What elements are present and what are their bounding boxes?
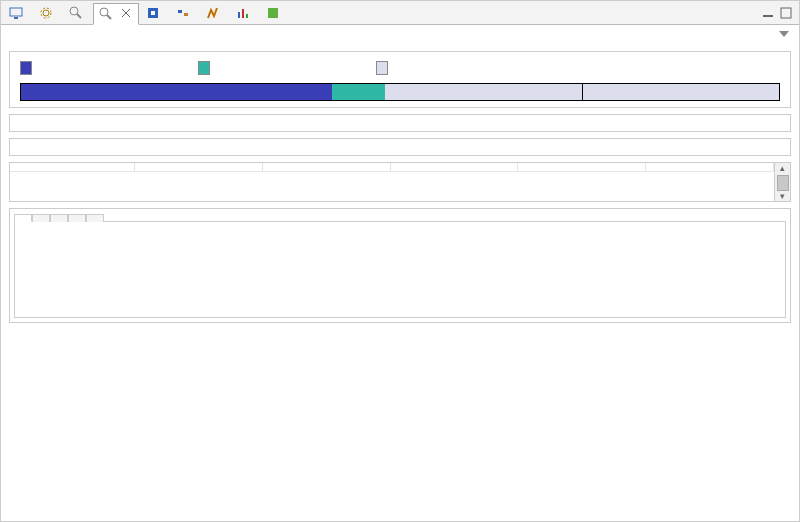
close-icon[interactable] (121, 8, 133, 20)
magnifier-icon (69, 6, 83, 20)
legend-used (20, 61, 38, 75)
svg-rect-1 (14, 17, 18, 19)
core-panel (9, 138, 791, 156)
byte-range-table-wrap: ▴ ▾ (9, 162, 791, 202)
subtitle (1, 43, 799, 51)
tab-target[interactable] (140, 2, 169, 24)
gear-icon (39, 6, 53, 20)
monitor-icon (9, 6, 23, 20)
legend-free (376, 61, 394, 75)
svg-rect-18 (763, 15, 773, 17)
window-controls (761, 6, 799, 20)
scroll-up-icon[interactable]: ▴ (780, 163, 785, 173)
svg-point-2 (43, 10, 49, 16)
free-swatch-icon (376, 61, 388, 75)
magnifier-icon (99, 7, 113, 21)
col-header[interactable] (134, 163, 262, 172)
tab-connect[interactable] (170, 2, 199, 24)
svg-rect-13 (184, 13, 188, 16)
chart-body (14, 222, 786, 318)
legend-overhead (198, 61, 216, 75)
chart-panel (9, 208, 791, 323)
calls-panel (9, 114, 791, 132)
col-header[interactable] (390, 163, 518, 172)
square-icon (266, 6, 280, 20)
signal-icon (206, 6, 220, 20)
scroll-down-icon[interactable]: ▾ (780, 191, 785, 201)
byte-range-table (10, 163, 774, 201)
svg-rect-11 (151, 11, 155, 15)
tab-process[interactable] (33, 2, 62, 24)
view-menu-icon[interactable] (777, 27, 791, 41)
chart-tab-alloc-deltas[interactable] (50, 214, 68, 222)
chart-tab-outstanding[interactable] (32, 214, 50, 222)
minimize-icon[interactable] (761, 6, 775, 20)
col-header[interactable] (518, 163, 646, 172)
svg-line-5 (77, 14, 81, 18)
heap-bar (20, 83, 780, 101)
svg-point-4 (70, 7, 78, 15)
svg-rect-16 (246, 14, 248, 18)
tab-aps[interactable] (260, 2, 289, 24)
bars-icon (236, 6, 250, 20)
scroll-thumb[interactable] (777, 175, 789, 191)
tab-malloc[interactable] (93, 3, 139, 25)
svg-rect-12 (178, 10, 182, 13)
target-icon (146, 6, 160, 20)
svg-rect-0 (10, 8, 22, 16)
tab-signal[interactable] (200, 2, 229, 24)
svg-rect-19 (781, 8, 791, 18)
overhead-swatch-icon (198, 61, 210, 75)
table-header-row (10, 163, 774, 172)
col-header[interactable] (262, 163, 390, 172)
svg-marker-20 (779, 31, 789, 37)
used-swatch-icon (20, 61, 32, 75)
svg-rect-14 (238, 12, 240, 18)
maximize-icon[interactable] (779, 6, 793, 20)
top-tabbar (1, 1, 799, 25)
plug-icon (176, 6, 190, 20)
svg-line-7 (107, 15, 111, 19)
chart-tab-outstanding-deltas[interactable] (86, 214, 104, 222)
chart-tab-dealloc-deltas[interactable] (68, 214, 86, 222)
col-header[interactable] (646, 163, 774, 172)
heap-panel (9, 51, 791, 108)
overview-history-chart (21, 224, 775, 314)
col-header[interactable] (10, 163, 134, 172)
chart-tabs (14, 213, 786, 222)
tab-system2[interactable] (230, 2, 259, 24)
svg-rect-17 (268, 8, 278, 18)
tab-memory[interactable] (63, 2, 92, 24)
chart-tab-overview[interactable] (14, 214, 32, 222)
svg-point-6 (100, 8, 108, 16)
table-scrollbar[interactable]: ▴ ▾ (774, 163, 790, 201)
view-menu-row (1, 25, 799, 43)
svg-rect-15 (242, 9, 244, 18)
tab-system[interactable] (3, 2, 32, 24)
